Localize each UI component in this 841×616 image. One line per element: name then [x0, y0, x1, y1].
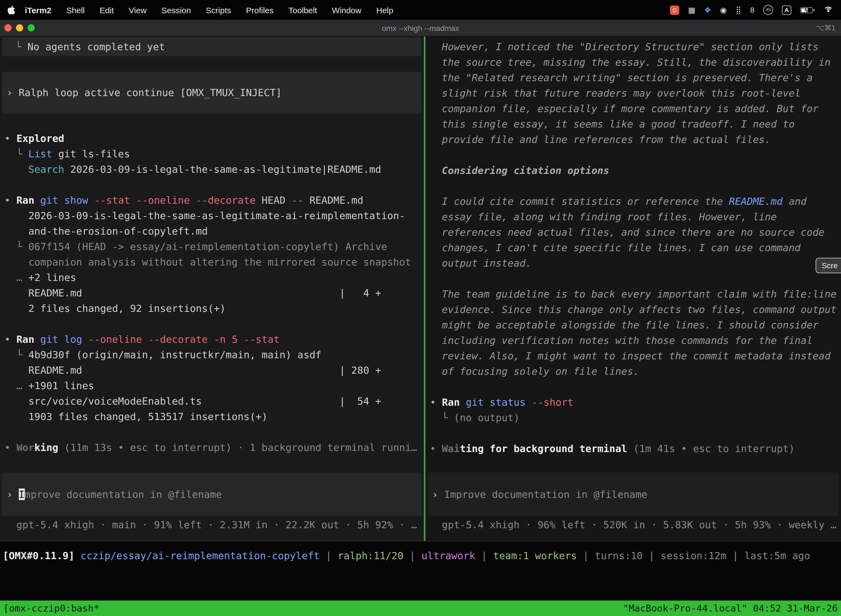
- notification-overlay[interactable]: Scre: [816, 258, 841, 273]
- terminal-line: Search 2026-03-09-is-legal-the-same-as-l…: [4, 162, 424, 177]
- terminal-line: essay file, along with finding root file…: [430, 209, 841, 224]
- terminal-line: Considering citation options: [430, 163, 841, 178]
- menu-item-scripts[interactable]: Scripts: [206, 5, 231, 15]
- terminal-line: the "Related research writing" section i…: [430, 70, 841, 85]
- terminal-line: gpt-5.4 xhigh · main · 91% left · 2.31M …: [4, 517, 417, 532]
- terminal-line: └ List git ls-files: [4, 146, 424, 162]
- terminal-line: I could cite commit statistics or refere…: [430, 194, 841, 209]
- terminal-line: [430, 147, 841, 163]
- terminal-line: evidence. Since this change only affects…: [430, 302, 841, 317]
- window-title-bar[interactable]: omx --xhigh --madmax ⌥⌘1: [0, 20, 841, 37]
- terminal-line: • Ran git log --oneline --decorate -n 5 …: [4, 332, 424, 347]
- terminal-line: src/voice/voiceModeEnabled.ts | 54 +: [4, 393, 424, 409]
- terminal-line: … +1901 lines: [4, 378, 424, 393]
- window-shortcut-label: ⌥⌘1: [816, 24, 841, 32]
- prompt-input[interactable]: › Improve documentation in @filename: [2, 472, 422, 516]
- terminal-line: and-the-erosion-of-copyleft.md: [4, 224, 424, 239]
- terminal-line: • Explored: [4, 131, 424, 146]
- cpu-gauge-icon[interactable]: .61: [763, 5, 773, 15]
- keypad-8-icon[interactable]: 8: [750, 6, 755, 14]
- session-status-line: gpt-5.4 xhigh · main · 91% left · 2.31M …: [4, 517, 417, 532]
- tmux-session-label: [omx-cczip0:bash*: [3, 603, 99, 614]
- terminal-line: The team guideline is to back every impo…: [430, 286, 841, 302]
- terminal-line: › Ralph loop active continue [OMX_TMUX_I…: [7, 85, 282, 100]
- bottom-spacer: [0, 563, 841, 601]
- terminal-line: • Working (11m 13s • esc to interrupt) ·…: [4, 440, 424, 455]
- left-terminal-output: • Explored └ List git ls-files Search 20…: [0, 131, 424, 455]
- menu-status-icons: ▦❖◉⣿8.61Aϟ: [670, 5, 833, 15]
- terminal-line: [4, 316, 424, 332]
- terminal-line: [4, 424, 424, 440]
- terminal-line: the source tree, missing the essay. Stil…: [430, 55, 841, 70]
- terminal-line: [430, 379, 841, 395]
- terminal-line: 2 files changed, 92 insertions(+): [4, 301, 424, 316]
- menu-items: iTerm2ShellEditViewSessionScriptsProfile…: [25, 5, 393, 15]
- app-status-icon-round[interactable]: ◉: [720, 6, 727, 14]
- terminal-line: slight risk that future readers may over…: [430, 85, 841, 101]
- terminal-line: output instead.: [430, 255, 841, 271]
- terminal-line: of focusing solely on file lines.: [430, 364, 841, 379]
- session-status-line: gpt-5.4 xhigh · 96% left · 520K in · 5.8…: [430, 517, 837, 532]
- minimize-button[interactable]: [16, 24, 23, 31]
- terminal-line: might be acceptable alongside the file l…: [430, 317, 841, 333]
- terminal-line: • Ran git show --stat --oneline --decora…: [4, 193, 424, 208]
- terminal-panes: └ No agents completed yet › Ralph loop a…: [0, 37, 841, 541]
- terminal-line: this single essay, it seems like a good …: [430, 116, 841, 132]
- tmux-status-bar: [omx-cczip0:bash* "MacBook-Pro-44.local"…: [0, 601, 841, 616]
- terminal-line: › Improve documentation in @filename: [432, 487, 647, 502]
- menu-item-iterm2[interactable]: iTerm2: [25, 5, 51, 15]
- terminal-line: companion analysis without altering the …: [4, 254, 424, 270]
- zoom-button[interactable]: [28, 24, 35, 31]
- app-status-icon-blue[interactable]: ❖: [704, 6, 711, 14]
- terminal-line: README.md | 280 +: [4, 363, 424, 378]
- terminal-line: provide file and line references from th…: [430, 132, 841, 147]
- prompt-input[interactable]: › Improve documentation in @filename: [428, 472, 839, 516]
- close-button[interactable]: [4, 24, 12, 31]
- agents-notice-panel: └ No agents completed yet: [2, 38, 422, 56]
- terminal-line: README.md | 4 +: [4, 285, 424, 301]
- terminal-line: └ 067f154 (HEAD -> essay/ai-reimplementa…: [4, 239, 424, 254]
- terminal-line: gpt-5.4 xhigh · 96% left · 520K in · 5.8…: [430, 517, 837, 532]
- menu-item-toolbelt[interactable]: Toolbelt: [289, 5, 317, 15]
- terminal-line: • Waiting for background terminal (1m 41…: [430, 441, 841, 456]
- terminal-line: references need actual files, and since …: [430, 224, 841, 240]
- window-title: omx --xhigh --madmax: [0, 23, 841, 32]
- window-grid-icon[interactable]: ▦: [688, 6, 695, 14]
- menu-item-help[interactable]: Help: [377, 5, 393, 15]
- menu-item-profiles[interactable]: Profiles: [246, 5, 274, 15]
- terminal-line: └ (no output): [430, 410, 841, 425]
- tmux-host-clock: "MacBook-Pro-44.local" 04:52 31-Mar-26: [623, 603, 838, 614]
- menu-item-view[interactable]: View: [129, 5, 147, 15]
- terminal-line: └ No agents completed yet: [15, 39, 165, 55]
- terminal-line: including verification notes with those …: [430, 333, 841, 348]
- terminal-line: 2026-03-09-is-legal-the-same-as-legitima…: [4, 208, 424, 224]
- menu-item-session[interactable]: Session: [161, 5, 191, 15]
- terminal-line: [4, 177, 424, 193]
- omx-status-bar: [OMX#0.11.9] cczip/essay/ai-reimplementa…: [0, 548, 841, 563]
- wifi-icon[interactable]: [823, 6, 833, 13]
- terminal-line: changes, I can't cite specific file line…: [430, 240, 841, 255]
- screen: iTerm2ShellEditViewSessionScriptsProfile…: [0, 0, 841, 616]
- terminal-line: companion file, especially if more comme…: [430, 101, 841, 116]
- battery-icon[interactable]: ϟ: [800, 7, 813, 13]
- terminal-line: [430, 425, 841, 441]
- terminal-line: [430, 271, 841, 286]
- terminal-line: └ 4b9d30f (origin/main, instructkr/main,…: [4, 347, 424, 363]
- screen-recording-indicator[interactable]: [670, 5, 679, 15]
- terminal-line: 1903 files changed, 513517 insertions(+): [4, 409, 424, 424]
- terminal-line: › Improve documentation in @filename: [7, 487, 222, 502]
- menu-item-window[interactable]: Window: [332, 5, 362, 15]
- menu-item-shell[interactable]: Shell: [66, 5, 85, 15]
- left-terminal-pane[interactable]: └ No agents completed yet › Ralph loop a…: [0, 37, 424, 541]
- ralph-loop-panel: › Ralph loop active continue [OMX_TMUX_I…: [2, 72, 422, 114]
- terminal-line: review. Also, I might want to inspect th…: [430, 348, 841, 364]
- menu-item-edit[interactable]: Edit: [100, 5, 114, 15]
- terminal-line: However, I noticed the "Directory Struct…: [430, 39, 841, 55]
- input-source-icon[interactable]: A: [782, 5, 791, 15]
- dots-grid-icon[interactable]: ⣿: [736, 6, 741, 14]
- right-terminal-pane[interactable]: However, I noticed the "Directory Struct…: [425, 37, 841, 541]
- right-terminal-output: However, I noticed the "Directory Struct…: [425, 39, 841, 456]
- menu-bar: iTerm2ShellEditViewSessionScriptsProfile…: [0, 0, 841, 20]
- apple-menu-icon[interactable]: [8, 6, 15, 14]
- terminal-line: … +2 lines: [4, 270, 424, 285]
